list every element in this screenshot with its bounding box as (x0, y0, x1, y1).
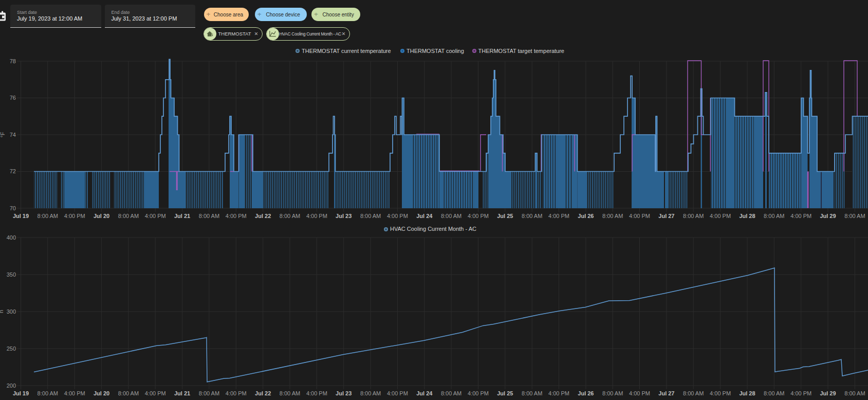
svg-text:8:00 AM: 8:00 AM (441, 390, 461, 396)
svg-text:4:00 PM: 4:00 PM (629, 213, 650, 219)
svg-text:8:00 AM: 8:00 AM (280, 390, 300, 396)
svg-text:Jul 24: Jul 24 (416, 213, 433, 219)
svg-text:4:00 PM: 4:00 PM (64, 213, 85, 219)
svg-text:8:00 AM: 8:00 AM (844, 390, 865, 396)
svg-text:4:00 PM: 4:00 PM (548, 213, 569, 219)
svg-text:Jul 26: Jul 26 (578, 213, 594, 219)
svg-text:4:00 PM: 4:00 PM (468, 213, 489, 219)
svg-text:8:00 AM: 8:00 AM (199, 213, 219, 219)
svg-text:8:00 AM: 8:00 AM (199, 390, 219, 396)
svg-text:Jul 24: Jul 24 (416, 390, 433, 396)
svg-text:250: 250 (7, 346, 16, 352)
svg-text:Jul 29: Jul 29 (820, 213, 836, 219)
svg-text:Jul 27: Jul 27 (658, 213, 674, 219)
svg-text:4:00 PM: 4:00 PM (145, 213, 166, 219)
svg-text:4:00 PM: 4:00 PM (226, 390, 247, 396)
svg-text:Jul 21: Jul 21 (174, 390, 190, 396)
svg-text:4:00 PM: 4:00 PM (710, 390, 731, 396)
svg-text:4:00 PM: 4:00 PM (790, 390, 811, 396)
svg-text:Jul 27: Jul 27 (658, 390, 674, 396)
svg-text:Jul 22: Jul 22 (255, 390, 271, 396)
svg-text:4:00 PM: 4:00 PM (468, 390, 489, 396)
svg-text:Jul 19: Jul 19 (13, 390, 29, 396)
svg-text:4:00 PM: 4:00 PM (710, 213, 731, 219)
svg-text:4:00 PM: 4:00 PM (145, 390, 166, 396)
svg-text:8:00 AM: 8:00 AM (764, 390, 784, 396)
svg-text:Jul 23: Jul 23 (336, 390, 352, 396)
svg-text:4:00 PM: 4:00 PM (629, 390, 650, 396)
svg-text:8:00 AM: 8:00 AM (38, 390, 58, 396)
svg-text:8:00 AM: 8:00 AM (441, 213, 461, 219)
svg-text:8:00 AM: 8:00 AM (683, 213, 704, 219)
svg-text:8:00 AM: 8:00 AM (280, 213, 300, 219)
svg-text:4:00 PM: 4:00 PM (64, 390, 85, 396)
svg-text:8:00 AM: 8:00 AM (118, 213, 139, 219)
svg-text:8:00 AM: 8:00 AM (602, 213, 623, 219)
svg-text:°F: °F (0, 132, 6, 138)
svg-text:Jul 28: Jul 28 (739, 390, 755, 396)
svg-text:4:00 PM: 4:00 PM (306, 213, 327, 219)
svg-text:8:00 AM: 8:00 AM (764, 213, 784, 219)
svg-text:Jul 28: Jul 28 (739, 213, 755, 219)
svg-text:Jul 23: Jul 23 (336, 213, 352, 219)
svg-text:Jul 20: Jul 20 (94, 213, 109, 219)
svg-text:72: 72 (10, 168, 16, 174)
svg-text:76: 76 (10, 95, 16, 101)
svg-text:Jul 26: Jul 26 (578, 390, 594, 396)
svg-text:350: 350 (7, 271, 16, 278)
svg-text:8:00 AM: 8:00 AM (360, 390, 381, 396)
svg-text:Jul 29: Jul 29 (820, 390, 836, 396)
svg-text:4:00 PM: 4:00 PM (387, 213, 408, 219)
svg-text:300: 300 (7, 308, 16, 315)
svg-text:200: 200 (7, 383, 16, 389)
svg-text:8:00 AM: 8:00 AM (602, 390, 623, 396)
svg-text:Jul 25: Jul 25 (497, 390, 513, 396)
svg-text:8:00 AM: 8:00 AM (118, 390, 139, 396)
svg-text:8:00 AM: 8:00 AM (360, 213, 381, 219)
svg-text:4:00 PM: 4:00 PM (790, 213, 811, 219)
svg-text:78: 78 (10, 58, 16, 64)
svg-text:8:00 AM: 8:00 AM (683, 390, 704, 396)
svg-text:n: n (0, 310, 4, 313)
svg-text:8:00 AM: 8:00 AM (522, 390, 542, 396)
svg-text:8:00 AM: 8:00 AM (522, 213, 542, 219)
svg-text:Jul 20: Jul 20 (94, 390, 109, 396)
svg-text:70: 70 (10, 205, 16, 211)
svg-text:Jul 22: Jul 22 (255, 213, 271, 219)
svg-text:8:00 AM: 8:00 AM (38, 213, 58, 219)
svg-text:4:00 PM: 4:00 PM (226, 213, 247, 219)
svg-text:8:00 AM: 8:00 AM (844, 213, 865, 219)
svg-text:4:00 PM: 4:00 PM (306, 390, 327, 396)
svg-text:400: 400 (7, 234, 16, 241)
svg-text:74: 74 (10, 132, 16, 138)
svg-text:Jul 25: Jul 25 (497, 213, 513, 219)
svg-text:4:00 PM: 4:00 PM (387, 390, 408, 396)
svg-text:Jul 21: Jul 21 (174, 213, 190, 219)
svg-text:4:00 PM: 4:00 PM (548, 390, 569, 396)
svg-text:Jul 19: Jul 19 (13, 213, 29, 219)
